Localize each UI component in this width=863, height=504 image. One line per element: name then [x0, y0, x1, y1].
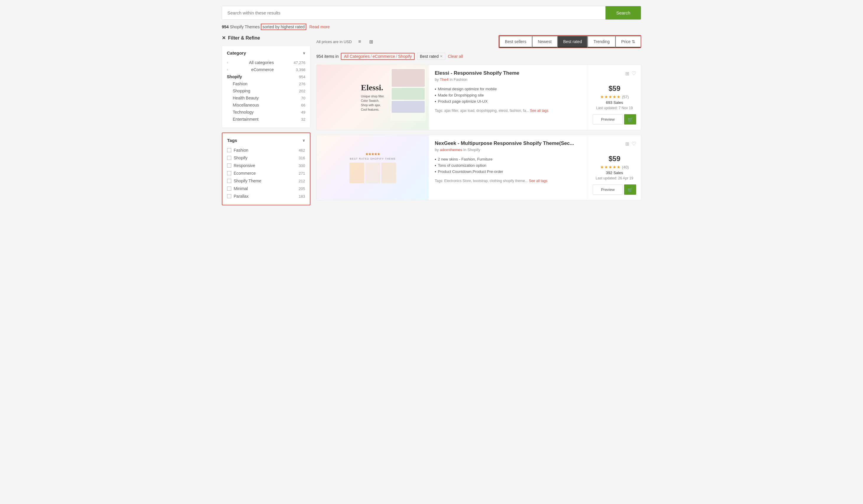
price-actions: ⊞ ♡ — [625, 141, 636, 147]
product-price: $59 — [609, 155, 620, 163]
tag-item[interactable]: Shopify Theme 212 — [227, 177, 305, 185]
product-card: 1.9 Elessi. Unique shop filter.Color Swa… — [316, 65, 641, 130]
tag-item[interactable]: Ecommerce 271 — [227, 169, 305, 177]
clear-all-link[interactable]: Clear all — [448, 54, 463, 59]
tag-name: Parallax — [234, 194, 296, 198]
main-content: All prices are in USD ≡ ⊞ Best sellersNe… — [316, 35, 641, 205]
filter-label: Filter & Refine — [228, 35, 260, 41]
compare-button[interactable]: ⊞ — [625, 70, 629, 77]
chevron-down-icon: ∨ — [303, 51, 305, 55]
chevron-down-icon-tags: ∨ — [302, 138, 305, 143]
category-item[interactable]: Entertainment32 — [227, 116, 305, 123]
grid-view-button[interactable]: ⊞ — [366, 37, 376, 47]
preview-button[interactable]: Preview — [593, 114, 623, 125]
category-count: 276 — [299, 82, 305, 86]
category-item[interactable]: ‹eCommerce3,398 — [227, 66, 305, 73]
last-updated: Last updated: 7 Nov 19 — [596, 106, 633, 110]
author-link[interactable]: The4 — [440, 77, 449, 82]
category-item[interactable]: Shopping202 — [227, 87, 305, 94]
category-item[interactable]: Miscellaneous66 — [227, 102, 305, 108]
sort-tab-price[interactable]: Price ⇅ — [615, 36, 641, 48]
category-name: Fashion — [233, 81, 248, 86]
category-section-header[interactable]: Category ∨ — [227, 50, 305, 55]
category-section-label: Category — [227, 50, 246, 55]
sort-bar: All prices are in USD ≡ ⊞ Best sellersNe… — [316, 35, 641, 48]
sort-tab-trending[interactable]: Trending — [587, 36, 615, 48]
category-list: ‹All categories47,276‹eCommerce3,398Shop… — [227, 59, 305, 123]
category-count: 47,276 — [293, 61, 305, 65]
product-stars: ★★★★★ — [600, 165, 621, 169]
feature-item: Product Countdown,Product Pre-order — [435, 168, 582, 175]
category-item[interactable]: Health Beauty70 — [227, 94, 305, 102]
tags-section-header[interactable]: Tags ∨ — [227, 138, 305, 143]
category-item[interactable]: Technology49 — [227, 108, 305, 116]
wishlist-button[interactable]: ♡ — [631, 70, 636, 77]
tag-checkbox[interactable] — [227, 194, 231, 198]
tag-item[interactable]: Responsive 300 — [227, 162, 305, 169]
category-item[interactable]: Shopify954 — [227, 73, 305, 80]
feature-item: Minimal design optimize for mobile — [435, 86, 582, 92]
breadcrumb-ecommerce[interactable]: eCommerce — [373, 54, 395, 59]
compare-button[interactable]: ⊞ — [625, 141, 629, 147]
breadcrumb-all-categories[interactable]: All Categories — [344, 54, 370, 59]
search-button[interactable]: Search — [605, 6, 641, 20]
preview-button[interactable]: Preview — [593, 184, 623, 195]
tag-count: 212 — [299, 179, 305, 183]
author-link[interactable]: adornthemes — [440, 147, 462, 152]
results-summary: 954 Shopify Themes sorted by highest rat… — [222, 25, 641, 29]
product-author: by adornthemes in Shopify — [435, 147, 582, 152]
tag-count: 462 — [299, 148, 305, 153]
tag-checkbox[interactable] — [227, 156, 231, 160]
close-icon[interactable]: ✕ — [222, 35, 226, 41]
tag-checkbox[interactable] — [227, 148, 231, 152]
filter-header[interactable]: ✕ Filter & Refine — [222, 35, 310, 41]
see-all-tags-link[interactable]: See all tags — [529, 179, 548, 183]
tag-item[interactable]: Shopify 316 — [227, 154, 305, 162]
sort-tab-best-rated[interactable]: Best rated — [557, 36, 588, 48]
category-item[interactable]: Fashion276 — [227, 80, 305, 87]
tag-item[interactable]: Fashion 462 — [227, 146, 305, 154]
tag-count: 316 — [299, 156, 305, 160]
product-info: Elessi - Responsive Shopify Theme by The… — [429, 65, 588, 130]
tag-name: Ecommerce — [234, 171, 296, 176]
product-list: 1.9 Elessi. Unique shop filter.Color Swa… — [316, 65, 641, 201]
tag-checkbox[interactable] — [227, 171, 231, 175]
search-input[interactable] — [222, 6, 605, 20]
product-info: NexGeek - Multipurpose Responsive Shopif… — [429, 135, 588, 200]
category-section: Category ∨ ‹All categories47,276‹eCommer… — [222, 46, 310, 128]
add-to-cart-button[interactable]: 🛒 — [624, 114, 636, 125]
category-name: Entertainment — [233, 117, 259, 121]
list-view-button[interactable]: ≡ — [355, 37, 364, 47]
product-features: Minimal design optimize for mobileMade f… — [435, 86, 582, 104]
category-name: All categories — [249, 60, 274, 65]
product-pricing: ⊞ ♡ $59 ★★★★★ (40) 392 Sales Last update… — [588, 135, 641, 200]
remove-filter-icon[interactable]: ✕ — [440, 54, 443, 59]
tag-item[interactable]: Minimal 205 — [227, 185, 305, 192]
product-tags: Tags: Electronics Store, bootstrap, clot… — [435, 179, 582, 183]
price-actions: ⊞ ♡ — [625, 70, 636, 77]
category-name: eCommerce — [251, 67, 274, 72]
product-features: 2 new skins - Fashion, FurnitureTons of … — [435, 156, 582, 175]
feature-item: 2 new skins - Fashion, Furniture — [435, 156, 582, 162]
wishlist-button[interactable]: ♡ — [631, 141, 636, 147]
sort-tab-newest[interactable]: Newest — [532, 36, 557, 48]
product-card: NEW V2.0.4 ★★★★★ BEST RATED SHOPIFY THEM… — [316, 135, 641, 201]
tag-checkbox[interactable] — [227, 164, 231, 168]
tag-item[interactable]: Parallax 183 — [227, 192, 305, 200]
category-name: Health Beauty — [233, 95, 259, 100]
product-title: Elessi - Responsive Shopify Theme — [435, 70, 582, 76]
filter-tag-label: Best rated — [420, 54, 439, 59]
sort-tab-best-sellers[interactable]: Best sellers — [499, 36, 532, 48]
category-count: 202 — [299, 89, 305, 93]
category-count: 70 — [301, 96, 305, 100]
category-item[interactable]: ‹All categories47,276 — [227, 59, 305, 66]
product-stars: ★★★★★ — [600, 94, 621, 99]
sales-count: 693 Sales — [606, 100, 623, 105]
breadcrumb-shopify[interactable]: Shopify — [398, 54, 412, 59]
see-all-tags-link[interactable]: See all tags — [530, 108, 549, 113]
tag-checkbox[interactable] — [227, 179, 231, 183]
read-more-link[interactable]: Read more — [309, 25, 329, 29]
tag-checkbox[interactable] — [227, 186, 231, 191]
add-to-cart-button[interactable]: 🛒 — [624, 184, 636, 195]
feature-item: Made for Dropshipping site — [435, 92, 582, 98]
